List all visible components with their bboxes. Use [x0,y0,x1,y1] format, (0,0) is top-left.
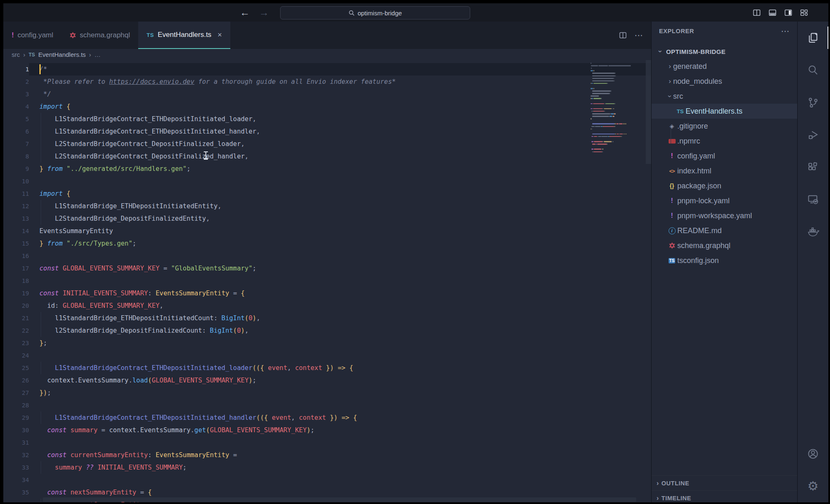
code-line-17[interactable]: 17const GLOBAL_EVENTS_SUMMARY_KEY = "Glo… [3,262,651,275]
layout-columns-icon[interactable] [752,8,761,17]
tree-item-label: index.html [677,167,711,175]
code-line-29[interactable]: 29 L1StandardBridgeContract_ETHDepositIn… [3,411,651,424]
code-line-13[interactable]: 13 L2StandardBridge_DepositFinalizedEnti… [3,212,651,225]
breadcrumb-folder[interactable]: src [12,51,20,58]
code-line-32[interactable]: 32 const currentSummaryEntity: EventsSum… [3,449,651,461]
panel-outline[interactable]: ›OUTLINE [652,475,797,490]
tree-item-optimism-bridge[interactable]: ›OPTIMISM-BRIDGE [652,44,797,59]
close-tab-icon[interactable]: × [217,31,222,39]
code-line-19[interactable]: 19const INITIAL_EVENTS_SUMMARY: EventsSu… [3,287,651,299]
breadcrumb-symbol[interactable]: … [95,51,101,58]
code-line-23[interactable]: 23}; [3,337,651,349]
typescript-icon: TS [675,108,686,114]
tab-schema-graphql[interactable]: schema.graphql [61,22,138,49]
html-icon: <> [666,168,677,174]
code-area[interactable]: 1/*2 *Please refer to https://docs.envio… [3,60,651,502]
tree-item-package-json[interactable]: {}package.json [652,178,797,193]
tree-item-pnpm-workspace-yaml[interactable]: !pnpm-workspace.yaml [652,208,797,223]
code-line-5[interactable]: 5 L1StandardBridgeContract_ETHDepositIni… [3,113,651,125]
editor-group: ! config.yaml schema.graphql TS EventHan… [3,22,652,502]
command-center-search[interactable]: optimism-bridge [280,6,470,19]
line-content: import { [29,187,651,200]
tree-item-schema-graphql[interactable]: schema.graphql [652,238,797,253]
tab-label: schema.graphql [80,31,130,39]
line-number: 13 [3,212,29,225]
tree-item-label: EventHandlers.ts [686,107,742,116]
code-line-12[interactable]: 12 L1StandardBridge_ETHDepositInitiatedE… [3,200,651,212]
code-line-9[interactable]: 9} from "../generated/src/Handlers.gen"; [3,163,651,175]
code-line-15[interactable]: 15} from "./src/Types.gen"; [3,237,651,250]
line-number: 1 [3,63,29,75]
code-line-3[interactable]: 3 */ [3,88,651,100]
code-line-2[interactable]: 2 *Please refer to https://docs.envio.de… [3,75,651,88]
breadcrumb-file[interactable]: EventHandlers.ts [38,51,85,58]
tab-eventhandlers-ts[interactable]: TS EventHandlers.ts × [138,22,230,49]
code-line-35[interactable]: 35 const nextSummaryEntity = { [3,486,651,499]
code-line-26[interactable]: 26 context.EventsSummary.load(GLOBAL_EVE… [3,374,651,387]
tree-item-src[interactable]: ›src [652,89,797,104]
extensions-icon[interactable] [798,151,828,183]
tree-item-config-yaml[interactable]: !config.yaml [652,149,797,163]
code-line-22[interactable]: 22 l2StandardBridge_DepositFinalizedCoun… [3,324,651,337]
code-line-21[interactable]: 21 l1StandardBridge_ETHDepositInitiatedC… [3,312,651,324]
yaml-warning-icon: ! [666,152,677,160]
code-line-33[interactable]: 33 summary ?? INITIAL_EVENTS_SUMMARY; [3,461,651,474]
chevron-right-icon: › [666,77,673,85]
code-line-24[interactable]: 24 [3,349,651,362]
tree-item-generated[interactable]: ›generated [652,59,797,74]
layout-sidebar-right-icon[interactable] [784,8,793,17]
account-icon[interactable] [798,438,828,470]
run-debug-icon[interactable] [798,119,828,151]
code-line-27[interactable]: 27}); [3,387,651,399]
remote-explorer-icon[interactable] [798,183,828,216]
tree-item-node-modules[interactable]: ›node_modules [652,74,797,89]
tree-item-index-html[interactable]: <>index.html [652,163,797,178]
code-line-14[interactable]: 14EventsSummaryEntity [3,225,651,237]
explorer-more-actions-icon[interactable]: ⋯ [781,26,790,36]
tree-item-label: .npmrc [677,137,700,146]
code-line-6[interactable]: 6 L1StandardBridgeContract_ETHDepositIni… [3,125,651,138]
code-line-10[interactable]: 10 [3,175,651,187]
search-icon[interactable] [798,54,828,86]
line-content: import { [29,100,651,113]
tree-item-tsconfig-json[interactable]: TStsconfig.json [652,253,797,268]
explorer-icon[interactable] [798,22,828,54]
code-line-20[interactable]: 20 id: GLOBAL_EVENTS_SUMMARY_KEY, [3,299,651,312]
code-line-18[interactable]: 18 [3,275,651,287]
line-content: const nextSummaryEntity = { [29,486,651,499]
code-line-4[interactable]: 4import { [3,100,651,113]
code-line-28[interactable]: 28 [3,399,651,411]
settings-icon[interactable]: ⚙ [798,470,828,502]
code-line-16[interactable]: 16 [3,250,651,262]
tree-item--npmrc[interactable]: .npmrc [652,134,797,149]
layout-panel-icon[interactable] [768,8,777,17]
code-line-8[interactable]: 8 L2StandardBridgeContract_DepositFinali… [3,150,651,163]
code-line-30[interactable]: 30 const summary = context.EventsSummary… [3,424,651,436]
tree-item-readme-md[interactable]: iREADME.md [652,223,797,238]
horizontal-scrollbar[interactable] [43,497,636,502]
line-number: 6 [3,125,29,138]
line-content: L1StandardBridgeContract_ETHDepositIniti… [29,125,651,138]
tree-item-pnpm-lock-yaml[interactable]: !pnpm-lock.yaml [652,193,797,208]
nav-forward-icon[interactable]: → [259,7,269,18]
minimap[interactable] [590,60,645,164]
layout-customize-icon[interactable] [800,8,808,17]
code-line-7[interactable]: 7 L2StandardBridgeContract_DepositFinali… [3,138,651,150]
docker-icon[interactable] [798,216,828,248]
more-actions-icon[interactable]: ⋯ [635,30,643,40]
split-editor-icon[interactable] [619,31,627,39]
code-line-1[interactable]: 1/* [3,63,651,75]
panel-timeline[interactable]: ›TIMELINE [652,490,797,502]
tab-config-yaml[interactable]: ! config.yaml [3,22,61,49]
tree-item--gitignore[interactable]: ◈.gitignore [652,119,797,134]
breadcrumb-separator-icon: › [89,51,91,58]
vertical-scrollbar[interactable] [646,60,651,164]
code-line-25[interactable]: 25 L1StandardBridgeContract_ETHDepositIn… [3,362,651,374]
nav-back-icon[interactable]: ← [240,7,250,18]
code-line-11[interactable]: 11import { [3,187,651,200]
line-content: } from "./src/Types.gen"; [29,237,651,250]
code-line-31[interactable]: 31 [3,436,651,449]
source-control-icon[interactable] [798,86,828,119]
code-line-34[interactable]: 34 [3,474,651,486]
tree-item-eventhandlers-ts[interactable]: TSEventHandlers.ts [652,104,797,119]
